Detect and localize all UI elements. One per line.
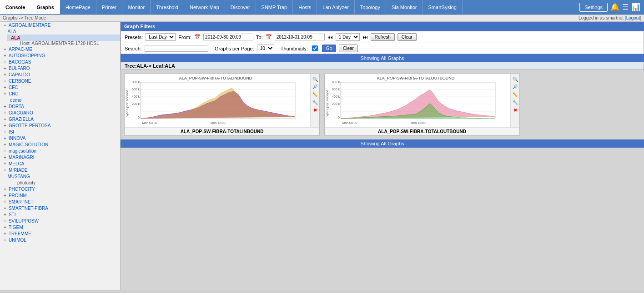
sidebar-item-tigem[interactable]: + TIGEM — [0, 224, 120, 230]
tab-slamonitor[interactable]: Sla Monitor — [386, 0, 423, 14]
sidebar-item-magic-solution[interactable]: + MAGIC-SOLUTION — [0, 141, 120, 148]
sidebar-item-bacogas[interactable]: + BACOGAS — [0, 59, 120, 65]
sidebar-item-proinm[interactable]: + PROINM — [0, 192, 120, 199]
sidebar-item-demo[interactable]: demo — [0, 97, 120, 103]
tab-monitor[interactable]: Monitor — [122, 0, 151, 14]
calendar-icon2: 📅 — [266, 34, 272, 40]
go-button[interactable]: Go — [322, 45, 336, 52]
sidebar-item-ala-selected[interactable]: ALA — [7, 35, 120, 41]
svg-text:200 k: 200 k — [132, 102, 140, 105]
delete-icon2[interactable]: ✖ — [512, 107, 518, 113]
wrench-icon2[interactable]: 🔧 — [512, 99, 518, 105]
clear2-button[interactable]: Clear — [339, 45, 358, 52]
expander-icon: + — [4, 47, 6, 52]
list-icon[interactable]: ☰ — [622, 3, 629, 11]
sidebar-item-cnc[interactable]: + CNC — [0, 90, 120, 97]
tab-console[interactable]: Console — [0, 0, 31, 14]
expander-icon: + — [4, 219, 6, 223]
sidebar-item-isi[interactable]: + ISI — [0, 129, 120, 135]
sidebar-item-smartnet-fibra[interactable]: + SMARTNET-FIBRA — [0, 205, 120, 211]
main-layout: + AGROALIMENTARE - ALA ALA Host: AGROALI… — [0, 22, 644, 290]
sidebar-item-bulfaro[interactable]: + BULFARO — [0, 65, 120, 71]
sidebar-item-unimol[interactable]: + UNIMOL — [0, 237, 120, 243]
wrench-icon[interactable]: 🔧 — [312, 99, 318, 105]
sidebar-item-innova[interactable]: + INNOVA — [0, 135, 120, 141]
tab-printer[interactable]: Printer — [96, 0, 122, 14]
tab-graphs[interactable]: Graphs — [31, 0, 60, 14]
sidebar-item-giaguaro[interactable]: + GIAGUARO — [0, 109, 120, 116]
sidebar-item-agroalimentare[interactable]: + AGROALIMENTARE — [0, 22, 120, 28]
expander-icon: + — [4, 149, 6, 154]
svg-text:200 k: 200 k — [332, 102, 340, 105]
tab-threshold[interactable]: Threshold — [151, 0, 184, 14]
sidebar-item-miriade[interactable]: + MIRIADE — [0, 167, 120, 173]
sidebar-item-autoshopping[interactable]: + AUTOSHOPPING — [0, 52, 120, 59]
sidebar-item-capaldo[interactable]: + CAPALDO — [0, 71, 120, 78]
tab-topology[interactable]: Topology — [355, 0, 386, 14]
sidebar-item-arpac-me[interactable]: + ARPAC-ME — [0, 46, 120, 52]
forward-icon: ⏭ — [362, 34, 368, 40]
graphs-per-page-select[interactable]: 10 — [257, 45, 274, 52]
settings-button[interactable]: Settings — [579, 3, 608, 12]
sidebar-item-melca[interactable]: + MELCA — [0, 160, 120, 167]
expander-icon: + — [4, 238, 6, 243]
sidebar-item-photocity-child[interactable]: photocity — [7, 179, 120, 186]
pencil-icon2[interactable]: ✏️ — [512, 91, 518, 98]
expander-icon: + — [4, 155, 6, 160]
sidebar-item-ala[interactable]: - ALA — [0, 28, 120, 35]
zoom-out-icon2[interactable]: 🔎 — [512, 84, 518, 90]
graph-svg-inbound[interactable]: ALA_POP-SW-FIBRA-TOTALINBOUND bytes per … — [125, 74, 310, 127]
from-date-input[interactable] — [203, 34, 253, 40]
svg-text:0: 0 — [138, 116, 140, 119]
tab-homepage[interactable]: HomePage — [60, 0, 96, 14]
sidebar-item-mustang[interactable]: - MUSTANG — [0, 173, 120, 179]
zoom-out-icon[interactable]: 🔎 — [312, 84, 318, 90]
refresh-button[interactable]: Refresh — [371, 33, 395, 41]
expander-icon: + — [4, 168, 6, 173]
logout-link[interactable]: Logout — [626, 15, 640, 20]
sidebar-item-sti[interactable]: + STI — [0, 211, 120, 218]
expander-icon: + — [4, 79, 6, 84]
sidebar-item-cfc[interactable]: + CFC — [0, 84, 120, 90]
tab-smartsyslog[interactable]: SmartSyslog — [423, 0, 463, 14]
to-date-input[interactable] — [275, 34, 325, 40]
sidebar-item-marinagri[interactable]: + MARINAGRI — [0, 154, 120, 160]
presets-select[interactable]: Last Day — [146, 33, 176, 41]
thumbnails-checkbox[interactable] — [312, 45, 318, 51]
expander-icon: + — [4, 231, 6, 236]
sidebar-item-photocity[interactable]: + PHOTOCITY — [0, 186, 120, 192]
delete-icon[interactable]: ✖ — [312, 107, 318, 113]
expander-icon: + — [4, 110, 6, 115]
sidebar-item-svilupposw[interactable]: + SVILUPPOSW — [0, 218, 120, 224]
tab-snmptrap[interactable]: SNMP Trap — [256, 0, 293, 14]
zoom-in-icon2[interactable]: 🔍 — [512, 76, 518, 82]
sidebar-item-ala-child: ALA Host: AGROALIMENTARE-1720-HDSL — [0, 35, 120, 46]
bell-icon[interactable]: 🔔 — [610, 3, 619, 11]
sidebar-item-dorta[interactable]: + DORTA — [0, 103, 120, 109]
tab-networkmap[interactable]: Network Map — [184, 0, 225, 14]
pencil-icon[interactable]: ✏️ — [312, 91, 318, 98]
sidebar: + AGROALIMENTARE - ALA ALA Host: AGROALI… — [0, 22, 121, 290]
search-input[interactable] — [145, 45, 208, 52]
expander-icon: + — [4, 187, 6, 192]
tab-discover[interactable]: Discover — [225, 0, 256, 14]
expander-icon: + — [4, 142, 6, 147]
chart-icon[interactable]: 📊 — [631, 3, 640, 11]
sidebar-item-host-agroalimentare[interactable]: Host: AGROALIMENTARE-1720-HDSL — [7, 41, 120, 46]
interval-select[interactable]: 1 Day — [336, 33, 360, 41]
svg-text:Mon 12:00: Mon 12:00 — [410, 121, 425, 124]
sidebar-item-grotte-pertosa[interactable]: + GROTTE-PERTOSA — [0, 122, 120, 129]
sidebar-item-magicsolution[interactable]: + magicsolution — [0, 148, 120, 154]
expander-icon: + — [4, 199, 6, 204]
sidebar-item-cerbone[interactable]: + CERBONE — [0, 78, 120, 84]
sidebar-item-treemme[interactable]: + TREEMME — [0, 230, 120, 237]
showing-all-graphs-header: Showing All Graphs — [121, 54, 644, 62]
tab-hosts[interactable]: Hosts — [293, 0, 317, 14]
tab-lananlyzer[interactable]: Lan Anlyzer — [317, 0, 354, 14]
zoom-in-icon[interactable]: 🔍 — [312, 76, 318, 82]
expander-icon: + — [4, 136, 6, 141]
sidebar-item-graziella[interactable]: + GRAZIELLA — [0, 116, 120, 122]
graph-svg-outbound[interactable]: ALA_POP-SW-FIBRA-TOTALOUTBOUND bytes per… — [325, 74, 510, 127]
sidebar-item-smartnet[interactable]: + SMARTNET — [0, 199, 120, 205]
clear-button[interactable]: Clear — [397, 33, 417, 41]
